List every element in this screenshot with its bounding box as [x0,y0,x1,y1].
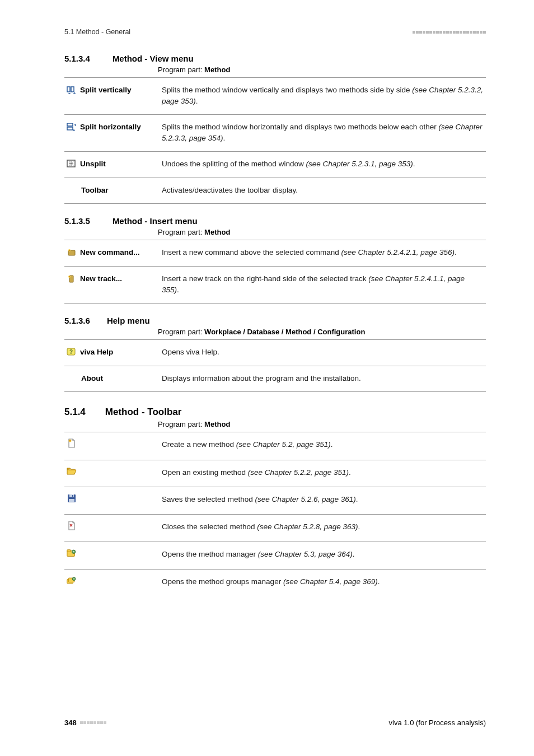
svg-rect-14 [69,499,74,502]
row-desc: Activates/deactivates the toolbar displa… [160,178,486,204]
program-part-5136: Program part: Workplace / Database / Met… [158,328,486,336]
row-label: New command... [80,247,140,258]
row-desc: Closes the selected method (see Chapter … [160,514,486,542]
program-part-value: Method [204,66,230,74]
row-desc: Opens the method manager (see Chapter 5.… [160,542,486,570]
table-5135: New command... Insert a new command abov… [64,240,486,304]
footer-decoration [80,721,106,724]
section-title: Method - Insert menu [113,216,198,226]
table-514: Create a new method (see Chapter 5.2, pa… [64,432,486,596]
section-5135-heading: 5.1.3.5 Method - Insert menu [64,216,486,226]
section-title: Method - View menu [113,54,194,63]
svg-rect-23 [73,578,74,580]
table-row: New track... Insert a new track on the r… [64,266,486,303]
section-title: Method - Toolbar [105,407,182,418]
svg-text:?: ? [69,349,73,355]
row-label: Toolbar [81,185,109,196]
section-5134-heading: 5.1.3.4 Method - View menu [64,54,486,63]
table-row: ? viva Help Opens viva Help. [64,340,486,366]
header-section-path: 5.1 Method - General [64,28,130,36]
svg-rect-3 [67,127,73,130]
method-manager-icon [67,549,77,558]
row-desc: Open an existing method (see Chapter 5.2… [160,460,486,487]
table-row: Opens the method groups manager (see Cha… [64,570,486,596]
row-label: About [81,373,103,384]
open-folder-icon [67,467,77,476]
split-vertical-icon [67,86,77,95]
section-number: 5.1.4 [64,407,86,418]
table-row: Split vertically Splits the method windo… [64,78,486,115]
table-row: Unsplit Undoes the splitting of the meth… [64,152,486,178]
svg-rect-19 [73,552,74,553]
row-desc: Insert a new command above the selected … [160,240,486,267]
page-footer: 348 viva 1.0 (for Process analysis) [64,718,486,727]
row-desc: Opens viva Help. [160,340,486,366]
row-label: Split horizontally [80,122,141,133]
program-part-label: Program part: [158,228,202,236]
row-desc: Insert a new track on the right-hand sid… [160,266,486,303]
program-part-label: Program part: [158,66,202,74]
table-row: Saves the selected method (see Chapter 5… [64,487,486,515]
section-title: Help menu [107,316,150,325]
section-number: 5.1.3.6 [64,316,90,325]
footer-product: viva 1.0 (for Process analysis) [389,718,486,727]
table-5136: ? viva Help Opens viva Help. About Displ… [64,339,486,392]
section-number: 5.1.3.5 [64,216,90,226]
program-part-5134: Program part: Method [158,66,486,74]
program-part-label: Program part: [158,420,202,428]
row-desc: Splits the method window vertically and … [160,78,486,115]
program-part-value: Method [204,228,230,236]
save-icon [67,494,77,503]
row-desc: Opens the method groups manager (see Cha… [160,570,486,596]
svg-rect-2 [67,123,73,126]
row-desc: Displays information about the program a… [160,366,486,392]
new-document-icon [67,439,77,448]
table-row: Closes the selected method (see Chapter … [64,514,486,542]
section-514-heading: 5.1.4 Method - Toolbar [64,407,486,418]
program-part-value: Method [204,420,230,428]
method-groups-manager-icon [67,576,77,585]
row-desc: Undoes the splitting of the method windo… [160,152,486,178]
close-document-icon [67,521,77,530]
table-row: About Displays information about the pro… [64,366,486,392]
row-label: Split vertically [80,85,132,96]
row-label: New track... [80,273,122,284]
svg-rect-17 [67,550,71,552]
row-desc: Splits the method window horizontally an… [160,115,486,152]
program-part-label: Program part: [158,328,202,336]
row-label: viva Help [80,347,113,358]
table-row: Opens the method manager (see Chapter 5.… [64,542,486,570]
table-row: Toolbar Activates/deactivates the toolba… [64,178,486,204]
help-icon: ? [67,348,77,357]
section-number: 5.1.3.4 [64,54,90,63]
page-header: 5.1 Method - General [64,28,486,36]
row-desc: Saves the selected method (see Chapter 5… [160,487,486,515]
split-horizontal-icon [67,123,77,132]
table-row: Split horizontally Splits the method win… [64,115,486,152]
svg-rect-15 [72,495,73,497]
page-number: 348 [64,718,77,727]
program-part-5135: Program part: Method [158,228,486,236]
row-desc: Create a new method (see Chapter 5.2, pa… [160,432,486,460]
new-track-icon [67,274,77,283]
table-row: New command... Insert a new command abov… [64,240,486,267]
unsplit-icon [67,160,77,169]
table-5134: Split vertically Splits the method windo… [64,77,486,204]
header-decoration [413,31,486,34]
program-part-514: Program part: Method [158,420,486,428]
table-row: Create a new method (see Chapter 5.2, pa… [64,432,486,460]
program-part-value: Workplace / Database / Method / Configur… [204,328,365,336]
section-5136-heading: 5.1.3.6 Help menu [64,316,486,325]
new-command-icon [67,248,77,257]
svg-rect-1 [71,87,74,92]
row-label: Unsplit [80,158,106,170]
svg-rect-0 [67,87,70,92]
table-row: Open an existing method (see Chapter 5.2… [64,460,486,487]
